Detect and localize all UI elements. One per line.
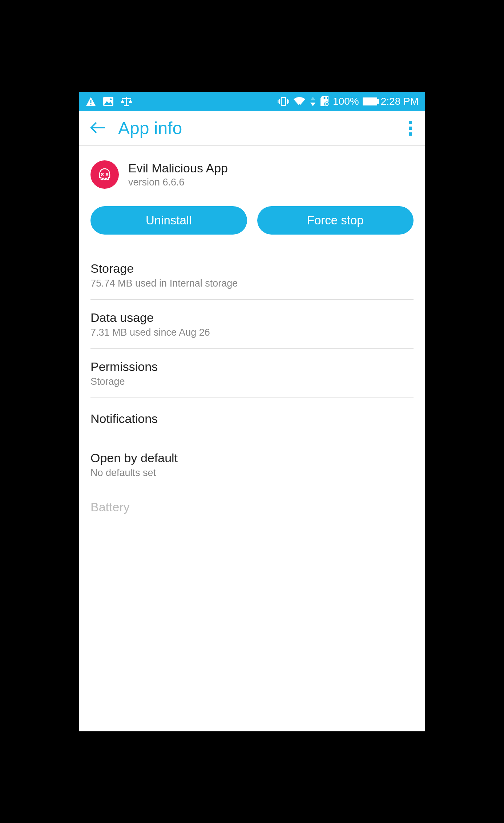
settings-list: Storage 75.74 MB used in Internal storag…: [79, 251, 425, 524]
app-icon: [90, 160, 119, 189]
page-title: App info: [118, 118, 182, 138]
list-item-title: Notifications: [90, 412, 414, 426]
list-item-title: Storage: [90, 261, 414, 276]
svg-rect-16: [324, 97, 325, 99]
list-item-title: Permissions: [90, 360, 414, 374]
app-name: Evil Malicious App: [128, 161, 228, 175]
list-item-subtitle: Storage: [90, 376, 414, 387]
list-item-data-usage[interactable]: Data usage 7.31 MB used since Aug 26: [90, 300, 414, 349]
app-bar: App info: [79, 111, 425, 146]
warning-icon: [85, 96, 96, 107]
uninstall-button[interactable]: Uninstall: [90, 206, 247, 235]
sd-card-icon: [320, 96, 329, 107]
data-arrows-icon: [310, 97, 316, 106]
list-item-storage[interactable]: Storage 75.74 MB used in Internal storag…: [90, 251, 414, 300]
more-dot-icon: [409, 132, 412, 136]
app-header: Evil Malicious App version 6.6.6: [79, 146, 425, 200]
svg-rect-13: [289, 100, 290, 103]
more-options-button[interactable]: [406, 118, 415, 139]
list-item-subtitle: 75.74 MB used in Internal storage: [90, 278, 414, 289]
svg-rect-15: [323, 97, 323, 99]
app-title-block: Evil Malicious App version 6.6.6: [128, 161, 228, 188]
svg-rect-9: [281, 97, 286, 105]
status-left: [85, 96, 133, 107]
back-icon[interactable]: [89, 121, 106, 136]
screen: 100% 2:28 PM App info: [79, 92, 425, 731]
list-item-title: Battery: [90, 500, 414, 514]
list-item-open-by-default[interactable]: Open by default No defaults set: [90, 440, 414, 489]
device-frame: 100% 2:28 PM App info: [69, 63, 436, 760]
svg-rect-5: [124, 105, 129, 106]
svg-rect-0: [90, 100, 92, 103]
svg-rect-10: [279, 99, 280, 104]
more-dot-icon: [409, 121, 412, 124]
button-row: Uninstall Force stop: [79, 200, 425, 251]
vibrate-icon: [278, 96, 289, 107]
status-right: 100% 2:28 PM: [278, 96, 419, 107]
wifi-icon: [293, 96, 306, 107]
svg-rect-6: [122, 98, 131, 99]
list-item-title: Open by default: [90, 451, 414, 465]
svg-rect-12: [287, 99, 288, 104]
battery-percentage: 100%: [333, 96, 359, 107]
svg-rect-17: [326, 97, 326, 99]
list-item-permissions[interactable]: Permissions Storage: [90, 349, 414, 398]
battery-icon: [363, 97, 377, 105]
more-dot-icon: [409, 127, 412, 130]
list-item-notifications[interactable]: Notifications: [90, 398, 414, 440]
svg-point-3: [110, 99, 112, 100]
app-bar-left: App info: [89, 118, 182, 138]
image-icon: [103, 97, 114, 106]
list-item-subtitle: 7.31 MB used since Aug 26: [90, 327, 414, 338]
scales-icon: [120, 96, 133, 107]
list-item-subtitle: No defaults set: [90, 467, 414, 479]
svg-point-14: [299, 104, 301, 106]
status-time: 2:28 PM: [381, 96, 419, 107]
svg-rect-1: [90, 104, 92, 105]
svg-point-7: [121, 101, 124, 103]
list-item-battery[interactable]: Battery: [90, 489, 414, 524]
svg-rect-11: [278, 100, 279, 103]
skull-icon: [97, 167, 113, 183]
list-item-title: Data usage: [90, 311, 414, 325]
svg-rect-18: [327, 97, 328, 99]
status-bar: 100% 2:28 PM: [79, 92, 425, 111]
svg-point-8: [129, 101, 132, 103]
force-stop-button[interactable]: Force stop: [257, 206, 414, 235]
app-version: version 6.6.6: [128, 177, 228, 188]
